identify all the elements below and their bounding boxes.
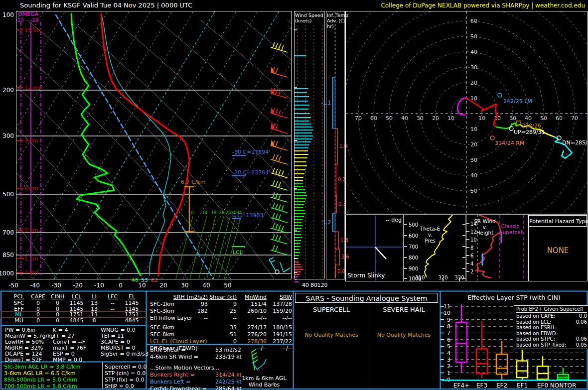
svg-text:-40: -40 bbox=[30, 282, 40, 289]
thetae-panel-title: Theta-E v. Pres bbox=[414, 226, 446, 244]
svg-text:46: 46 bbox=[132, 277, 139, 283]
svg-text:EF2: EF2 bbox=[496, 382, 507, 389]
stp-probability-legend: Prob EF2+ Given Supercellbased on CAPE:0… bbox=[514, 305, 588, 349]
lapse-rate-item: 700-500mb LR = 5.8 C/km bbox=[4, 383, 80, 390]
composite-index-item: Supercell = 0.0 bbox=[105, 364, 147, 370]
svg-text:12 km: 12 km bbox=[24, 85, 42, 91]
shear-row: SFC-3km18225260/10159/20 bbox=[147, 308, 292, 314]
svg-text:EF0: EF0 bbox=[537, 382, 548, 389]
svg-text:0.3: 0.3 bbox=[338, 201, 346, 207]
sars-title: SARS - Sounding Analogue System bbox=[295, 293, 438, 303]
svg-text:50: 50 bbox=[470, 33, 477, 40]
svg-text:50: 50 bbox=[470, 188, 477, 194]
parcel-cell: 0 bbox=[29, 306, 47, 312]
svg-text:120: 120 bbox=[317, 282, 328, 288]
srwind-annotation-line1: Classic bbox=[499, 224, 521, 230]
svg-text:18: 18 bbox=[211, 210, 217, 215]
parcel-cell: 8 bbox=[85, 318, 103, 323]
shear-cell: 25 bbox=[208, 308, 237, 314]
parcel-cell: 4845 bbox=[68, 318, 85, 323]
svg-text:40: 40 bbox=[525, 115, 532, 122]
svg-text:DN=285/64: DN=285/64 bbox=[562, 139, 588, 146]
motion-row: 4-6km SR Wind =233/19 kt bbox=[147, 354, 292, 360]
shear-cell: 237/22 bbox=[268, 339, 292, 344]
svg-text:5: 5 bbox=[447, 343, 450, 350]
parcel-cell: 13 bbox=[85, 306, 103, 312]
parcel-cell: -- bbox=[103, 312, 122, 317]
svg-text:14: 14 bbox=[202, 210, 208, 215]
thetae-panel: 5006007008009001000310320330 bbox=[404, 215, 466, 282]
svg-text:40: 40 bbox=[302, 282, 309, 288]
svg-text:278/26: 278/26 bbox=[522, 123, 541, 129]
stp-legend-value: 0.05 bbox=[576, 342, 587, 348]
sharppy-sounding-app: 101418222630346.7 C/km-30 C=27994'-20 C=… bbox=[0, 0, 588, 390]
svg-text:UP=289/31: UP=289/31 bbox=[514, 129, 545, 135]
stp-legend-label: based on ESRH: bbox=[516, 325, 556, 331]
svg-text:500: 500 bbox=[2, 191, 14, 198]
svg-text:EF4+: EF4+ bbox=[453, 382, 469, 389]
svg-text:4: 4 bbox=[447, 350, 450, 357]
shear-cell: 260/10 bbox=[238, 308, 267, 314]
shear-cell: SFC-6km bbox=[150, 325, 174, 330]
sars-supercell-header: SUPERCELL bbox=[294, 306, 369, 313]
parcel-cell: 0 bbox=[47, 306, 68, 312]
composite-index-item: STP (cin) = 0.0 bbox=[105, 370, 147, 377]
motion-vector-label: Corfidi Downshear = bbox=[150, 386, 207, 390]
temp-adv-title-line1: Inf. Temp. bbox=[327, 12, 350, 18]
parcel-cell: 13 bbox=[85, 312, 103, 317]
shear-cell: 278/36 bbox=[238, 339, 267, 344]
stp-legend-row: based on CAPE:0.0 bbox=[516, 313, 587, 319]
svg-text:-50: -50 bbox=[8, 282, 18, 289]
svg-text:30: 30 bbox=[470, 64, 477, 71]
parcel-cell: MU bbox=[9, 318, 29, 323]
shear-col-header: MnWind bbox=[238, 294, 267, 300]
stp-legend-row: based on ESRH:-- bbox=[516, 325, 587, 331]
shear-cell: 0 bbox=[208, 339, 237, 344]
hazard-value: NONE bbox=[529, 246, 587, 255]
shear-row: SFC-8km51276/20191/15 bbox=[147, 332, 292, 337]
temp-adv-title-line3: hr) bbox=[327, 23, 350, 29]
svg-text:+10: +10 bbox=[13, 17, 23, 23]
svg-text:0 km: 0 km bbox=[24, 269, 38, 276]
wind-barb-caption-line1: 1km & 6km AGL bbox=[239, 375, 289, 382]
shear-cell: 9 bbox=[208, 301, 237, 307]
svg-text:-20: -20 bbox=[73, 282, 83, 289]
parcel-col-header: PCL bbox=[9, 294, 29, 299]
parcel-row: SFC00114513--1145 bbox=[1, 300, 146, 306]
shear-cell: 274/17 bbox=[238, 325, 267, 330]
wind-barb-caption-line2: Wind Barbs bbox=[239, 382, 289, 388]
motion-value: 233/19 kt bbox=[215, 354, 242, 360]
svg-text:15 km: 15 km bbox=[24, 27, 42, 33]
svg-text:30: 30 bbox=[417, 115, 424, 122]
svg-text:314/24 RM: 314/24 RM bbox=[495, 140, 524, 146]
wind-speed-title-line1: Wind Speed bbox=[295, 12, 323, 18]
stp-legend-row: based on LCL:0.06 bbox=[516, 319, 587, 325]
svg-text:1.8: 1.8 bbox=[340, 238, 348, 243]
svg-text:10: 10 bbox=[470, 237, 477, 243]
svg-text:NONTOR: NONTOR bbox=[550, 382, 577, 389]
parcel-cell: 0 bbox=[29, 312, 47, 317]
parcel-cell: 0 bbox=[47, 300, 68, 306]
stp-legend-row: based on STPC:0.06 bbox=[516, 336, 587, 342]
lapse-rate-list: Sfc-3km AGL LR = 3.8 C/km3-6km AGL LR = … bbox=[4, 364, 80, 390]
shear-cell: SFC-8km bbox=[150, 332, 174, 337]
shear-cell: LCL-EL (Cloud Layer) bbox=[150, 339, 207, 344]
parcel-col-header: LI bbox=[85, 294, 103, 299]
sounding-title: Sounding for KSGF Valid Tue 04 Nov 2025 … bbox=[20, 1, 192, 9]
composite-indices-list: Supercell = 0.0STP (cin) = 0.0STP (fix) … bbox=[105, 364, 147, 390]
svg-text:50: 50 bbox=[224, 282, 231, 289]
shear-cell: 35 bbox=[208, 325, 237, 330]
srwind-classic-supercell-annotation: Classic Supercell bbox=[499, 224, 521, 235]
stp-legend-label: based on EBWD: bbox=[516, 331, 558, 337]
stp-legend-value: -- bbox=[584, 325, 587, 331]
parcel-col-header: CAPE bbox=[29, 294, 47, 299]
svg-text:6.7 C/km: 6.7 C/km bbox=[181, 179, 205, 185]
motion-vector-value: 242/25 kt bbox=[215, 379, 242, 385]
sars-hail-header: SEVERE HAIL bbox=[370, 306, 438, 313]
svg-text:7: 7 bbox=[447, 330, 450, 336]
svg-text:-10: -10 bbox=[94, 282, 104, 289]
svg-text:1: 1 bbox=[447, 370, 450, 377]
parcel-cell: -- bbox=[103, 318, 122, 323]
svg-text:700: 700 bbox=[409, 244, 418, 250]
svg-text:6: 6 bbox=[470, 253, 473, 259]
